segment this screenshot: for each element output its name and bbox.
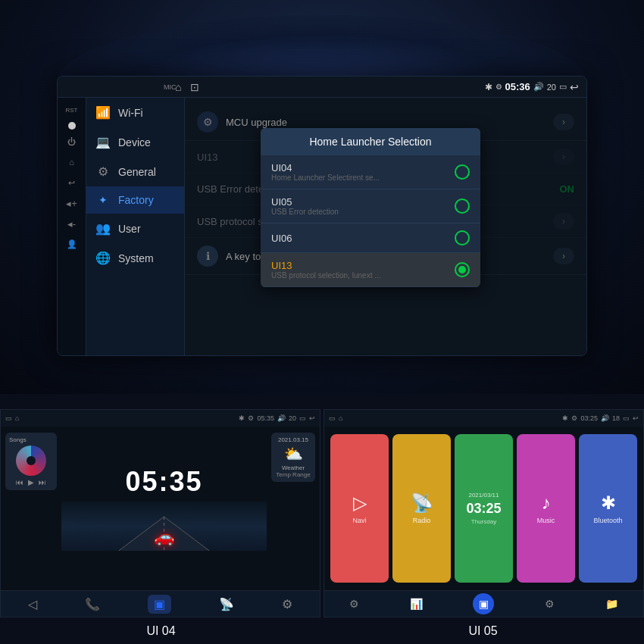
main-content: ⚙ MCU upgrade › UI13 › USB Error detecti… (185, 98, 586, 355)
system-icon: 🌐 (95, 251, 111, 265)
ui05-nav-settings[interactable]: ⚙ (349, 598, 359, 610)
navi-label: Navi (352, 517, 366, 524)
dialog-ui06-label: UI06 (271, 233, 292, 244)
bluetooth-label: Bluetooth (593, 517, 622, 524)
ui05-wifi-icon: ⚙ (571, 414, 577, 422)
ui04-wifi-icon: ⚙ (248, 414, 254, 422)
ui04-songs-label: Songs (9, 436, 53, 443)
ui05-label: UI 05 (468, 624, 497, 638)
ui05-tile-navi[interactable]: ▷ Navi (330, 434, 389, 583)
ui04-screen: ▭ ⌂ ✱ ⚙ 05:35 🔊 20 ▭ ↩ Songs (0, 409, 320, 617)
dialog-ui04-label: UI04 (271, 162, 380, 174)
ui04-body: Songs ⏮ ▶ ⏭ 05:35 (1, 427, 320, 590)
dialog-item-ui04[interactable]: UI04 Home Launcher Selectirent se... (261, 155, 480, 189)
ui04-music-widget: Songs ⏮ ▶ ⏭ (5, 433, 57, 490)
ui04-road-view: 🚗 (61, 502, 267, 551)
ui05-home-icon: ⌂ (339, 414, 342, 422)
ui04-status-bar: ▭ ⌂ ✱ ⚙ 05:35 🔊 20 ▭ ↩ (1, 410, 320, 427)
ui05-nav-home[interactable]: ▣ (473, 593, 494, 614)
ui04-nav-radio[interactable]: 📡 (219, 597, 234, 611)
ui04-right-panel: 2021.03.15 ⛅ Weather Temp Range (267, 427, 320, 590)
dialog-item-ui06[interactable]: UI06 (261, 224, 480, 253)
dialog-item-ui13[interactable]: UI13 USB protocol selection, lunext ... (261, 253, 480, 287)
ui04-nav-settings[interactable]: ⚙ (282, 597, 292, 611)
back-strip-icon[interactable]: ↩ (61, 174, 83, 191)
sidebar-left-strip: RST ⏻ ⌂ ↩ ◂+ ◂- 👤 (58, 98, 86, 355)
ui05-tile-bluetooth[interactable]: ✱ Bluetooth (579, 434, 637, 583)
ui05-tile-music[interactable]: ♪ Music (517, 434, 575, 583)
bottom-preview-section: ▭ ⌂ ✱ ⚙ 05:35 🔊 20 ▭ ↩ Songs (0, 409, 644, 617)
ui04-nav-map[interactable]: ◁ (28, 597, 37, 611)
sidebar-user-label: User (118, 223, 141, 235)
navi-icon: ▷ (353, 492, 367, 514)
ui04-weather-widget: 2021.03.15 ⛅ Weather Temp Range (271, 433, 315, 482)
ui04-label: UI 04 (146, 624, 175, 638)
ui04-vol-level: 20 (289, 414, 296, 422)
sidebar-item-wifi[interactable]: 📶 Wi-Fi (86, 98, 184, 127)
ui04-nav-phone[interactable]: 📞 (85, 597, 100, 611)
user-strip-icon[interactable]: 👤 (61, 236, 83, 252)
vol-up-icon[interactable]: ◂+ (61, 195, 83, 211)
wifi-status-icon: ⚙ (496, 83, 502, 91)
ui05-nav-chart[interactable]: 📊 (410, 598, 423, 610)
ui04-time: 05:35 (257, 414, 274, 422)
radio-label: Radio (413, 517, 431, 524)
sidebar-factory-label: Factory (118, 194, 154, 206)
user-icon: 👥 (95, 221, 111, 236)
sidebar-item-user[interactable]: 👥 User (86, 214, 184, 243)
dialog-ui13-radio[interactable] (455, 262, 470, 277)
screenshot-icon: ⊡ (190, 81, 199, 93)
ui05-tile-clock[interactable]: 2021/03/11 03:25 Thursday (455, 434, 513, 583)
back-icon[interactable]: ↩ (570, 81, 579, 93)
dialog-ui06-radio[interactable] (455, 230, 470, 245)
ui04-back-icon[interactable]: ↩ (309, 414, 315, 422)
ui04-nav-bar: ◁ 📞 ▣ 📡 ⚙ (1, 590, 320, 617)
home-strip-icon[interactable]: ⌂ (61, 154, 83, 170)
ui05-nav-folder[interactable]: 📁 (605, 598, 618, 610)
ui05-vol-level: 18 (612, 414, 620, 422)
ui04-battery-icon: ▭ (5, 414, 12, 422)
dialog-title: Home Launcher Selection (261, 128, 480, 155)
vol-down-icon[interactable]: ◂- (61, 215, 83, 232)
play-btn[interactable]: ▶ (28, 478, 34, 486)
sidebar-item-system[interactable]: 🌐 System (86, 243, 184, 273)
sidebar-item-device[interactable]: 💻 Device (86, 127, 184, 157)
dialog-item-ui05[interactable]: UI05 USB Error detection (261, 189, 480, 224)
ui05-back-icon[interactable]: ↩ (633, 414, 639, 422)
sidebar-item-general[interactable]: ⚙ General (86, 157, 184, 186)
ui05-status-bar: ▭ ⌂ ✱ ⚙ 03:25 🔊 18 ▭ ↩ (324, 410, 643, 427)
sidebar-item-factory[interactable]: ✦ Factory (86, 186, 184, 214)
ui05-battery2: ▭ (623, 414, 630, 422)
wifi-icon: 📶 (95, 105, 111, 120)
ui05-nav-gear[interactable]: ⚙ (545, 598, 555, 610)
home-launcher-dialog: Home Launcher Selection UI04 Home Launch… (261, 128, 480, 287)
battery-icon: ▭ (559, 82, 567, 92)
clock-time: 03:25 (466, 502, 501, 515)
ui04-weather-date: 2021.03.15 (275, 436, 311, 443)
screen-body: RST ⏻ ⌂ ↩ ◂+ ◂- 👤 📶 Wi-Fi 💻 Device ⚙ Gen… (58, 98, 586, 355)
power-icon[interactable]: ⏻ (61, 133, 83, 150)
ui04-left-panel: Songs ⏮ ▶ ⏭ (1, 427, 61, 590)
general-icon: ⚙ (95, 164, 111, 179)
ui04-nav-home[interactable]: ▣ (148, 595, 171, 614)
ui05-screen: ▭ ⌂ ✱ ⚙ 03:25 🔊 18 ▭ ↩ ▷ Navi (324, 409, 644, 617)
dialog-ui05-radio[interactable] (455, 199, 470, 214)
sidebar: 📶 Wi-Fi 💻 Device ⚙ General ✦ Factory 👥 U… (86, 98, 185, 355)
dialog-ui05-label: UI05 (271, 196, 339, 208)
dialog-ui04-radio[interactable] (455, 164, 470, 180)
strip-dot (68, 122, 76, 130)
status-icons: ✱ ⚙ 05:36 🔊 20 ▭ ↩ (485, 81, 580, 93)
volume-status-icon: 🔊 (533, 82, 544, 92)
music-label: Music (537, 517, 555, 524)
dialog-overlay: Home Launcher Selection UI04 Home Launch… (185, 98, 586, 355)
status-bar: MIC ⌂ ⊡ ✱ ⚙ 05:36 🔊 20 ▭ ↩ (58, 77, 586, 98)
ui05-bt-icon: ✱ (562, 414, 568, 422)
main-screen: MIC ⌂ ⊡ ✱ ⚙ 05:36 🔊 20 ▭ ↩ RST ⏻ ⌂ ↩ ◂+ … (57, 76, 587, 356)
next-btn[interactable]: ⏭ (39, 478, 46, 486)
bluetooth-icon: ✱ (601, 492, 616, 514)
sidebar-device-label: Device (118, 136, 151, 148)
ui05-tile-radio[interactable]: 📡 Radio (392, 434, 451, 583)
clock-date: 2021/03/11 (468, 492, 499, 499)
prev-btn[interactable]: ⏮ (16, 478, 23, 486)
sidebar-general-label: General (118, 166, 156, 178)
